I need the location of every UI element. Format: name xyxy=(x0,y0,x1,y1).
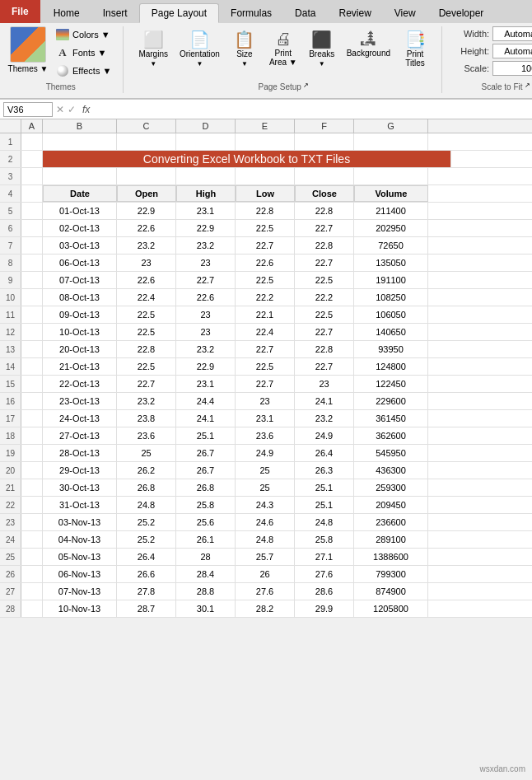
cell-close[interactable]: 22.2 xyxy=(295,289,354,306)
cell-volume[interactable]: 436300 xyxy=(354,462,428,479)
header-volume[interactable]: Volume xyxy=(354,185,428,202)
title-cell[interactable]: Converting Excel Workbook to TXT Files xyxy=(43,151,451,167)
cell-high[interactable]: 23 xyxy=(176,255,236,271)
cell-low[interactable]: 25.7 xyxy=(236,549,295,565)
page-setup-dialog-launcher[interactable]: ↗ xyxy=(303,82,309,89)
cell-a19[interactable] xyxy=(21,445,43,461)
cell-low[interactable]: 22.8 xyxy=(236,203,295,219)
cell-open[interactable]: 27.8 xyxy=(117,583,176,600)
cell-date[interactable]: 20-Oct-13 xyxy=(43,341,117,357)
cell-high[interactable]: 23 xyxy=(176,306,236,323)
cell-a28[interactable] xyxy=(21,600,43,617)
cell-date[interactable]: 08-Oct-13 xyxy=(43,289,117,306)
cell-close[interactable]: 28.6 xyxy=(295,583,354,600)
cell-date[interactable]: 24-Oct-13 xyxy=(43,410,117,427)
cell-high[interactable]: 22.7 xyxy=(176,272,236,288)
cell-date[interactable]: 06-Nov-13 xyxy=(43,566,117,582)
cell-low[interactable]: 24.6 xyxy=(236,514,295,530)
cell-open[interactable]: 23 xyxy=(117,255,176,271)
tab-review[interactable]: Review xyxy=(327,3,382,23)
cell-date[interactable]: 10-Oct-13 xyxy=(43,324,117,340)
cell-open[interactable]: 22.8 xyxy=(117,341,176,357)
width-input[interactable]: Automatic ▲ ▼ xyxy=(492,26,532,41)
cell-close[interactable]: 22.7 xyxy=(295,324,354,340)
effects-button[interactable]: Effects ▼ xyxy=(53,63,114,79)
cell-low[interactable]: 24.3 xyxy=(236,497,295,513)
cell-e3[interactable] xyxy=(236,168,295,184)
cell-open[interactable]: 23.6 xyxy=(117,427,176,444)
scale-dialog-launcher[interactable]: ↗ xyxy=(525,82,530,89)
cell-high[interactable]: 28 xyxy=(176,549,236,565)
cell-c3[interactable] xyxy=(117,168,176,184)
cell-low[interactable]: 22.7 xyxy=(236,376,295,392)
cell-high[interactable]: 23.2 xyxy=(176,237,236,254)
cell-date[interactable]: 28-Oct-13 xyxy=(43,445,117,461)
cell-volume[interactable]: 874900 xyxy=(354,583,428,600)
margins-button[interactable]: ⬜ Margins▼ xyxy=(133,26,173,71)
cell-close[interactable]: 24.1 xyxy=(295,393,354,409)
tab-data[interactable]: Data xyxy=(283,3,327,23)
cell-date[interactable]: 07-Nov-13 xyxy=(43,583,117,600)
cell-volume[interactable]: 545950 xyxy=(354,445,428,461)
cell-open[interactable]: 25.2 xyxy=(117,514,176,530)
orientation-button[interactable]: 📄 Orientation▼ xyxy=(175,26,225,71)
colors-button[interactable]: Colors ▼ xyxy=(53,26,114,43)
cell-a12[interactable] xyxy=(21,324,43,340)
cell-a13[interactable] xyxy=(21,341,43,357)
tab-view[interactable]: View xyxy=(383,3,427,23)
cell-date[interactable]: 21-Oct-13 xyxy=(43,358,117,375)
cell-open[interactable]: 24.8 xyxy=(117,497,176,513)
cell-volume[interactable]: 135050 xyxy=(354,255,428,271)
cell-date[interactable]: 04-Nov-13 xyxy=(43,531,117,548)
cell-b3[interactable] xyxy=(43,168,117,184)
cell-a6[interactable] xyxy=(21,220,43,236)
cell-open[interactable]: 26.8 xyxy=(117,479,176,496)
cell-low[interactable]: 25 xyxy=(236,462,295,479)
cell-close[interactable]: 29.9 xyxy=(295,600,354,617)
size-button[interactable]: 📋 Size▼ xyxy=(226,26,263,71)
cell-low[interactable]: 22.1 xyxy=(236,306,295,323)
cell-a16[interactable] xyxy=(21,393,43,409)
formula-input[interactable] xyxy=(96,105,529,114)
cell-open[interactable]: 25 xyxy=(117,445,176,461)
cell-date[interactable]: 22-Oct-13 xyxy=(43,376,117,392)
cell-a22[interactable] xyxy=(21,497,43,513)
cell-low[interactable]: 27.6 xyxy=(236,583,295,600)
cell-low[interactable]: 22.6 xyxy=(236,255,295,271)
cell-volume[interactable]: 93950 xyxy=(354,341,428,357)
cell-low[interactable]: 22.7 xyxy=(236,237,295,254)
cell-close[interactable]: 25.1 xyxy=(295,479,354,496)
cell-a2[interactable] xyxy=(21,151,43,167)
cell-close[interactable]: 25.8 xyxy=(295,531,354,548)
cell-close[interactable]: 22.8 xyxy=(295,237,354,254)
cell-a11[interactable] xyxy=(21,306,43,323)
cell-open[interactable]: 26.4 xyxy=(117,549,176,565)
cell-open[interactable]: 25.2 xyxy=(117,531,176,548)
cell-volume[interactable]: 361450 xyxy=(354,410,428,427)
cell-high[interactable]: 23.1 xyxy=(176,203,236,219)
cell-open[interactable]: 26.6 xyxy=(117,566,176,582)
cell-d3[interactable] xyxy=(176,168,236,184)
cell-volume[interactable]: 289100 xyxy=(354,531,428,548)
cell-volume[interactable]: 140650 xyxy=(354,324,428,340)
cell-volume[interactable]: 799300 xyxy=(354,566,428,582)
cell-volume[interactable]: 211400 xyxy=(354,203,428,219)
tab-file[interactable]: File xyxy=(0,0,40,23)
cell-close[interactable]: 27.1 xyxy=(295,549,354,565)
cell-close[interactable]: 22.5 xyxy=(295,272,354,288)
cell-open[interactable]: 23.8 xyxy=(117,410,176,427)
cell-date[interactable]: 07-Oct-13 xyxy=(43,272,117,288)
cell-volume[interactable]: 209450 xyxy=(354,497,428,513)
cell-high[interactable]: 26.7 xyxy=(176,462,236,479)
cell-low[interactable]: 23.1 xyxy=(236,410,295,427)
cell-open[interactable]: 28.7 xyxy=(117,600,176,617)
cell-close[interactable]: 22.7 xyxy=(295,358,354,375)
cell-open[interactable]: 23.2 xyxy=(117,393,176,409)
cell-low[interactable]: 25 xyxy=(236,479,295,496)
cell-low[interactable]: 23.6 xyxy=(236,427,295,444)
tab-home[interactable]: Home xyxy=(42,3,91,23)
cell-close[interactable]: 22.8 xyxy=(295,203,354,219)
cell-low[interactable]: 22.5 xyxy=(236,358,295,375)
cell-low[interactable]: 26 xyxy=(236,566,295,582)
cell-c1[interactable] xyxy=(117,133,176,150)
